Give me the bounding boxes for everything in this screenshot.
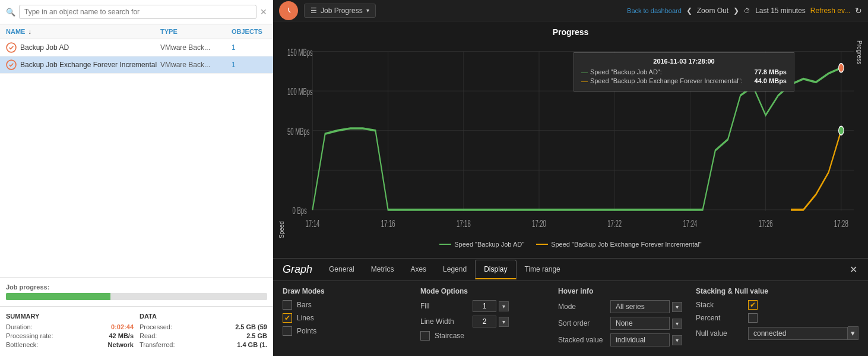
data-key: Read: bbox=[140, 332, 157, 339]
data-col: DATA Processed: 2.5 GB (59 Read: 2.5 GB … bbox=[140, 313, 267, 350]
data-key: Transferred: bbox=[140, 341, 175, 348]
column-type: TYPE bbox=[160, 28, 232, 35]
column-objects: OBJECTS bbox=[232, 28, 267, 35]
data-row: Processed: 2.5 GB (59 bbox=[140, 323, 267, 330]
graph-label: Graph bbox=[279, 259, 321, 281]
stack-checkbox[interactable]: ✔ bbox=[748, 300, 758, 310]
fill-label: Fill bbox=[420, 302, 468, 310]
fill-dropdown-btn[interactable]: ▾ bbox=[499, 301, 509, 311]
staircase-label: Staircase bbox=[435, 332, 482, 340]
check-icon: ✔ bbox=[750, 301, 756, 309]
null-value-input[interactable] bbox=[748, 327, 848, 340]
svg-text:100 MBps: 100 MBps bbox=[287, 87, 313, 97]
mode-dropdown-btn[interactable]: ▾ bbox=[672, 302, 682, 312]
summary-row: Duration: 0:02:44 bbox=[6, 323, 134, 330]
stacked-value-input[interactable] bbox=[610, 333, 670, 346]
tab-axes[interactable]: Axes bbox=[402, 260, 435, 279]
mode-options-group: Mode Options Fill ▾ Line Width ▾ bbox=[420, 287, 546, 350]
chart-area: Progress Speed 150 MBps 100 MBps 50 MBps… bbox=[273, 21, 868, 258]
stacked-value-row: Stacked value ▾ bbox=[558, 333, 684, 346]
table-row[interactable]: Backup Job AD VMware Back... 1 bbox=[0, 39, 273, 56]
fill-row: Fill ▾ bbox=[420, 300, 546, 312]
chart-inner: 150 MBps 100 MBps 50 MBps 0 Bps 17:14 17… bbox=[287, 40, 854, 238]
mode-label: Mode bbox=[558, 303, 606, 311]
table-row[interactable]: Backup Job Exchange Forever Incremental … bbox=[0, 56, 273, 74]
bars-checkbox[interactable] bbox=[283, 300, 292, 310]
tab-legend[interactable]: Legend bbox=[435, 260, 475, 279]
tooltip-label: —Speed "Backup Job AD": bbox=[581, 68, 662, 75]
points-row: Points bbox=[283, 326, 408, 336]
tab-general[interactable]: General bbox=[321, 260, 363, 279]
tab-metrics[interactable]: Metrics bbox=[363, 260, 403, 279]
chart-tooltip: 2016-11-03 17:28:00 —Speed "Backup Job A… bbox=[574, 52, 794, 92]
bars-label: Bars bbox=[297, 301, 344, 309]
refresh-icon[interactable]: ↻ bbox=[855, 6, 862, 15]
svg-text:17:20: 17:20 bbox=[532, 219, 546, 229]
close-button[interactable]: ✕ bbox=[845, 262, 862, 278]
percent-checkbox[interactable] bbox=[748, 313, 758, 323]
svg-point-28 bbox=[839, 64, 844, 73]
hover-info-title: Hover info bbox=[558, 287, 684, 295]
line-width-input[interactable] bbox=[473, 316, 496, 327]
stacked-value-label: Stacked value bbox=[558, 336, 606, 344]
top-bar: ☰ Job Progress ▾ Back to dashboard ❮ Zoo… bbox=[273, 0, 868, 21]
logo-button[interactable] bbox=[279, 1, 298, 20]
fill-input[interactable] bbox=[473, 300, 496, 312]
job-progress-section: Job progress: bbox=[0, 277, 273, 306]
draw-modes-group: Draw Modes Bars ✔ Lines Points bbox=[283, 287, 408, 350]
data-title: DATA bbox=[140, 313, 267, 320]
summary-key: Processing rate: bbox=[6, 332, 53, 339]
job-icon bbox=[6, 42, 17, 53]
search-bar: 🔍 ✕ bbox=[0, 0, 273, 24]
check-icon: ✔ bbox=[284, 314, 290, 322]
back-to-dashboard-btn[interactable]: Back to dashboard bbox=[627, 7, 682, 14]
data-val: 2.5 GB bbox=[246, 332, 267, 339]
search-input[interactable] bbox=[19, 5, 256, 19]
summary-key: Bottleneck: bbox=[6, 341, 38, 348]
mode-input[interactable] bbox=[610, 300, 670, 313]
refresh-label[interactable]: Refresh ev... bbox=[810, 7, 850, 15]
legend-line-yellow bbox=[536, 244, 548, 245]
job-progress-icon: ☰ bbox=[311, 7, 317, 15]
draw-modes-title: Draw Modes bbox=[283, 287, 408, 295]
legend-label-green: Speed "Backup Job AD" bbox=[454, 241, 524, 248]
line-width-input-group: ▾ bbox=[473, 316, 509, 327]
legend-item-green: Speed "Backup Job AD" bbox=[439, 241, 524, 248]
sort-order-input[interactable] bbox=[610, 317, 670, 330]
chart-legend: Speed "Backup Job AD" Speed "Backup Job … bbox=[276, 238, 865, 250]
job-progress-btn-label: Job Progress bbox=[321, 7, 363, 15]
svg-text:17:24: 17:24 bbox=[683, 219, 697, 229]
stacked-select-group: ▾ bbox=[610, 333, 682, 346]
summary-key: Duration: bbox=[6, 323, 33, 330]
sort-dropdown-btn[interactable]: ▾ bbox=[672, 319, 682, 329]
tab-time-range[interactable]: Time range bbox=[517, 260, 569, 279]
svg-point-29 bbox=[839, 126, 844, 135]
chart-title: Progress bbox=[276, 27, 865, 37]
nav-left-icon[interactable]: ❮ bbox=[686, 7, 692, 15]
x-axis-label: Progress bbox=[854, 40, 865, 238]
hover-info-group: Hover info Mode ▾ Sort order ▾ bbox=[558, 287, 684, 350]
data-row: Read: 2.5 GB bbox=[140, 332, 267, 339]
progress-bar-fill bbox=[6, 293, 110, 300]
sort-order-row: Sort order ▾ bbox=[558, 317, 684, 330]
dropdown-arrow-icon: ▾ bbox=[366, 7, 369, 14]
stacked-dropdown-btn[interactable]: ▾ bbox=[672, 335, 682, 345]
column-name: NAME ↓ bbox=[6, 28, 160, 35]
staircase-checkbox[interactable] bbox=[420, 331, 430, 341]
job-progress-button[interactable]: ☰ Job Progress ▾ bbox=[304, 4, 376, 18]
tab-display[interactable]: Display bbox=[475, 260, 516, 279]
null-value-dropdown-btn[interactable]: ▾ bbox=[848, 326, 859, 340]
clear-search-icon[interactable]: ✕ bbox=[260, 7, 267, 17]
summary-section: SUMMARY Duration: 0:02:44 Processing rat… bbox=[0, 306, 273, 356]
sort-arrow-icon: ↓ bbox=[28, 28, 31, 35]
job-type: VMware Back... bbox=[160, 61, 232, 69]
clock-icon: ⏱ bbox=[744, 7, 750, 14]
lines-checkbox[interactable]: ✔ bbox=[283, 313, 292, 323]
left-panel: 🔍 ✕ NAME ↓ TYPE OBJECTS Backup Job AD VM… bbox=[0, 0, 273, 356]
summary-row: Processing rate: 42 MB/s bbox=[6, 332, 134, 339]
tooltip-value: 77.8 MBps bbox=[755, 68, 787, 75]
nav-right-icon[interactable]: ❯ bbox=[733, 7, 739, 15]
points-checkbox[interactable] bbox=[283, 326, 292, 336]
chart-container: Speed 150 MBps 100 MBps 50 MBps 0 Bps 17… bbox=[276, 40, 865, 238]
line-width-dropdown-btn[interactable]: ▾ bbox=[499, 317, 509, 327]
